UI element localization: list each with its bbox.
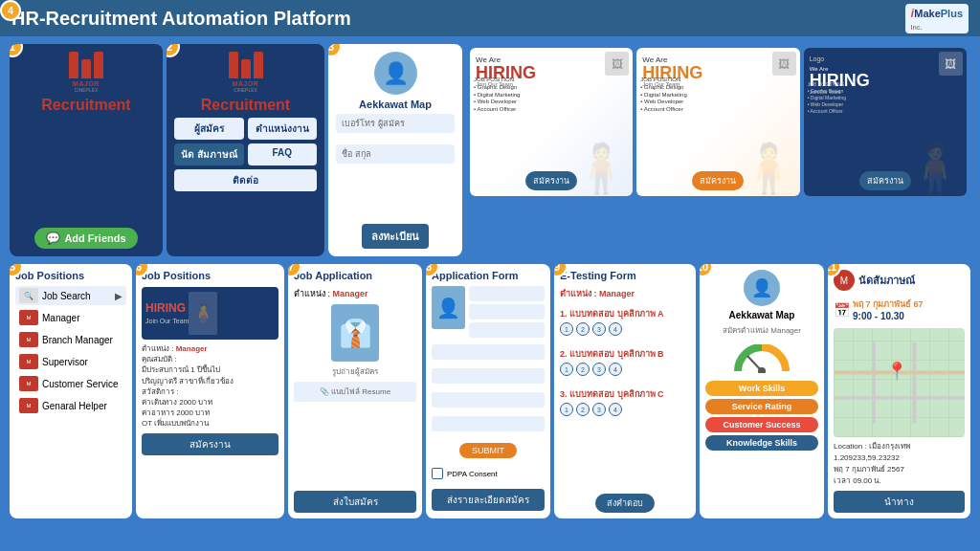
test-num-b3[interactable]: 3 <box>592 363 606 376</box>
card-application-form: 8 Application Form 👤 S <box>426 264 550 518</box>
test-num-2[interactable]: 2 <box>576 322 590 336</box>
work-skills-bar[interactable]: Work Skills <box>705 381 818 396</box>
card11-title: นัดสัมภาษณ์ <box>858 272 915 289</box>
gauge-container <box>733 344 791 373</box>
test-row-1: 1 2 3 4 <box>560 322 690 336</box>
card6-position-info: ตำแหน่ง : Manager คุณสมบัติ : มีประสบการ… <box>142 343 278 430</box>
skills-list: Work Skills Service Rating Customer Succ… <box>705 381 818 451</box>
menu-applicant[interactable]: ผู้สมัคร <box>174 118 244 140</box>
test-num-3[interactable]: 3 <box>592 322 606 336</box>
form-field-7[interactable] <box>432 416 545 431</box>
submit-button[interactable]: SUBMIT <box>459 443 517 458</box>
test-title-1: 1. แบบทดสอบ บุคลิกภาพ A <box>560 307 690 320</box>
menu-schedule[interactable]: นัด สัมภาษณ์ <box>174 143 244 165</box>
user-name-3: Aekkawat Map <box>359 99 432 110</box>
menu-general-helper[interactable]: M Genaral Helper <box>15 396 126 415</box>
test-num-b2[interactable]: 2 <box>576 363 590 376</box>
form-field-1[interactable] <box>469 286 545 301</box>
menu-position[interactable]: ตำแหน่งงาน <box>248 118 318 140</box>
test-title-2: 2. แบบทดสอบ บุคลิกภาพ B <box>560 347 690 361</box>
apply-btn-3[interactable]: สมัครงาน <box>859 171 911 190</box>
card6-banner: HIRING Join Our Team 🧍 <box>142 287 278 340</box>
badge-2: 2 <box>167 44 180 57</box>
form-field-6[interactable] <box>432 392 545 408</box>
test-num-c1[interactable]: 1 <box>560 403 573 416</box>
service-rating-bar[interactable]: Service Rating <box>705 399 818 414</box>
job-list-3: JOB POSITIONS • Graphic Design • Digital… <box>808 81 846 115</box>
test-num-b4[interactable]: 4 <box>609 363 622 376</box>
test-row-3: 1 2 3 4 <box>560 403 690 416</box>
pdpa-row: PDPA Consent <box>432 468 545 479</box>
phone-field-label[interactable]: เบอร์โทร ผู้สมัคร <box>336 114 455 133</box>
bottom-row: 5 Job Positions 🔍 Job Search ▶ M Manager… <box>6 264 974 522</box>
card8-title: Application Form <box>432 270 545 281</box>
menu-grid: ผู้สมัคร ตำแหน่งงาน นัด สัมภาษณ์ FAQ ติด… <box>174 118 317 191</box>
date2: พฤ 7 กุมภาพันธ์ 2567 <box>834 464 965 475</box>
test-num-c4[interactable]: 4 <box>609 403 622 416</box>
test-num-c3[interactable]: 3 <box>592 403 606 416</box>
branch-manager-label: Branch Manager <box>42 335 113 345</box>
test-num-1[interactable]: 1 <box>560 322 573 336</box>
search-icon: 🔍 <box>19 288 38 303</box>
detail-label-6: คุณสมบัติ : <box>142 355 176 364</box>
schedule-date: พฤ 7 กุมภาพันธ์ 67 <box>853 298 924 311</box>
date-row: 📅 พฤ 7 กุมภาพันธ์ 67 9:00 - 10.30 <box>834 298 965 321</box>
top-row: 1 MAJOR CINEPLEX Recruitment 💬 Add Frien… <box>6 40 974 260</box>
register-button[interactable]: ลงทะเบียน <box>362 224 429 249</box>
test-num-4[interactable]: 4 <box>609 322 622 336</box>
card-interview-schedule: 11 M นัดสัมภาษณ์ 📅 พฤ 7 กุมภาพันธ์ 67 9:… <box>828 264 970 518</box>
logo-make: Make <box>914 8 941 19</box>
resume-upload-area[interactable]: 📎 แนบไฟล์ Resume <box>294 382 416 402</box>
form-field-3[interactable] <box>469 322 545 338</box>
user-position-10: สมัครตำแหน่ง Manager <box>705 324 818 337</box>
test-num-c2[interactable]: 2 <box>576 403 590 416</box>
apply-btn-6[interactable]: สมัครงาน <box>142 433 278 455</box>
knowledge-skills-bar[interactable]: Knowledge Skills <box>705 435 818 451</box>
welfare3-6: OT เพิ่มแบบพนักงาน <box>142 419 209 428</box>
major-icon-sup: M <box>19 354 38 369</box>
card-recruitment-line: 1 MAJOR CINEPLEX Recruitment 💬 Add Frien… <box>10 44 163 256</box>
menu-manager[interactable]: M Manager <box>15 308 126 327</box>
menu-branch-manager[interactable]: M Branch Manager <box>15 330 126 349</box>
customer-success-bar[interactable]: Customer Success <box>705 417 818 432</box>
manager-label: Manager <box>42 313 79 323</box>
test-title-3: 3. แบบทดสอบ บุคลิกภาพ C <box>560 387 690 401</box>
map-container: 📍 <box>834 328 965 437</box>
form-avatar: 👤 <box>432 286 465 329</box>
logo-inc: Inc. <box>911 24 923 31</box>
test-section-2: 2. แบบทดสอบ บุคลิกภาพ B 1 2 3 4 <box>560 347 690 376</box>
menu-job-search[interactable]: 🔍 Job Search ▶ <box>15 286 126 305</box>
menu-contact[interactable]: ติดต่อ <box>174 169 317 191</box>
menu-customer-service[interactable]: M Customer Service <box>15 374 126 393</box>
add-friends-button[interactable]: 💬 Add Friends <box>34 228 137 249</box>
page-title: HR-Recruitment Automation Platform <box>11 8 351 30</box>
logo-top-3: Logo <box>810 55 870 62</box>
test-section-3: 3. แบบทดสอบ บุคลิกภาพ C 1 2 3 4 <box>560 387 690 416</box>
welfare-label-6: สวัสดิการ : <box>142 387 178 396</box>
navigate-button[interactable]: นำทาง <box>834 491 965 513</box>
test-num-b1[interactable]: 1 <box>560 363 573 376</box>
pdpa-checkbox[interactable] <box>432 468 443 479</box>
logo-plus-text: Plus <box>941 8 963 19</box>
apply-btn-1[interactable]: สมัครงาน <box>525 171 577 190</box>
send-application-button[interactable]: ส่งใบสมัคร <box>294 491 416 513</box>
answer-button[interactable]: ส่งคำตอบ <box>595 494 655 513</box>
form-field-2[interactable] <box>469 304 545 320</box>
menu-faq[interactable]: FAQ <box>248 143 318 165</box>
card-hiring-banners: 4 We Are HIRING Join Our Team 🖼 JOB POSI… <box>466 44 970 256</box>
card-skills-rating: 10 👤 Aekkawat Map สมัครตำแหน่ง Manager W… <box>700 264 824 518</box>
brand-sub-2: CINEPLEX <box>229 87 263 93</box>
card-job-positions-menu: 5 Job Positions 🔍 Job Search ▶ M Manager… <box>10 264 132 518</box>
card6-title: Job Positions <box>142 270 278 281</box>
send-details-button[interactable]: ส่งรายละเอียดสมัคร <box>432 489 545 511</box>
menu-supervisor[interactable]: M Supervisor <box>15 352 126 371</box>
logo-area: iMakePlus Inc. <box>905 4 969 33</box>
name-field-label[interactable]: ชื่อ สกุล <box>336 144 455 164</box>
brand-name-1: MAJOR <box>69 80 103 87</box>
form-field-4[interactable] <box>432 344 545 360</box>
major-icon-cs: M <box>19 376 38 391</box>
col1 <box>69 52 78 78</box>
header: HR-Recruitment Automation Platform iMake… <box>0 0 980 36</box>
form-field-5[interactable] <box>432 368 545 384</box>
apply-btn-2[interactable]: สมัครงาน <box>692 171 744 190</box>
